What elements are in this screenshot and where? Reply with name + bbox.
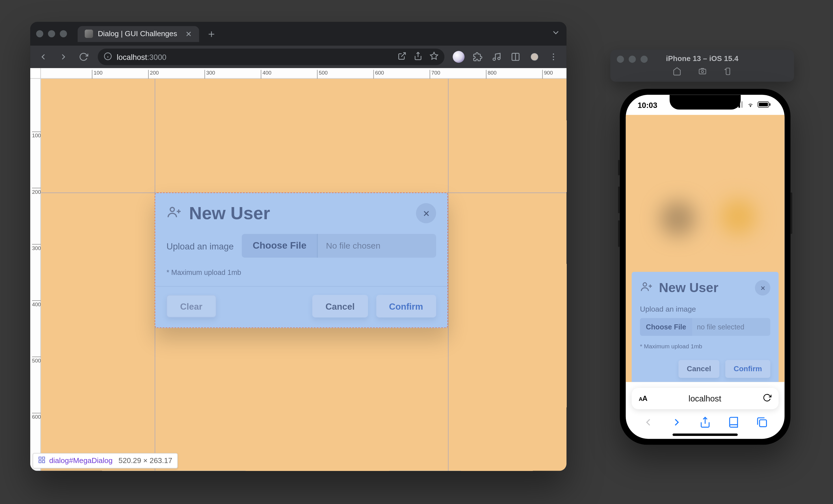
- bookmark-star-icon[interactable]: [430, 51, 438, 62]
- browser-toolbar: localhost:3000: [30, 46, 567, 68]
- browser-tab-active[interactable]: Dialog | GUI Challenges ✕: [78, 26, 199, 42]
- page-canvas: New User Upload an image Choose File No …: [41, 79, 567, 471]
- ruler-vertical[interactable]: 100 200 300 400 500 600: [30, 68, 41, 471]
- media-icon[interactable]: [488, 49, 505, 65]
- mobile-page: New User Upload an image Choose File no …: [626, 115, 785, 382]
- selector-text: dialog#MegaDialog: [49, 456, 113, 465]
- upload-label: Upload an image: [166, 241, 234, 251]
- svg-rect-29: [741, 101, 742, 107]
- overflow-menu-icon[interactable]: [545, 49, 562, 65]
- mobile-mega-dialog: New User Upload an image Choose File no …: [632, 272, 779, 382]
- sim-traffic-lights[interactable]: [617, 56, 648, 63]
- file-input[interactable]: Choose File No file chosen: [242, 234, 436, 258]
- svg-point-7: [498, 57, 500, 59]
- dialog-body: Upload an image Choose File No file chos…: [154, 232, 448, 286]
- share-icon[interactable]: [413, 51, 422, 62]
- svg-rect-22: [39, 460, 41, 463]
- volume-up-button[interactable]: [618, 186, 620, 213]
- sidepanel-icon[interactable]: [507, 49, 524, 65]
- bg-blob: [720, 199, 756, 234]
- cancel-button[interactable]: Cancel: [312, 295, 367, 318]
- safari-reload-icon[interactable]: [763, 393, 771, 404]
- bg-blob: [660, 201, 696, 236]
- svg-point-6: [493, 58, 495, 60]
- safari-tabs-icon[interactable]: [756, 417, 768, 431]
- dialog-footer: Clear Cancel Confirm: [154, 286, 448, 328]
- guide-vertical-right[interactable]: [448, 79, 449, 471]
- home-indicator[interactable]: [672, 434, 738, 436]
- sim-rotate-icon[interactable]: [723, 67, 732, 78]
- window-traffic-lights[interactable]: [36, 30, 67, 37]
- svg-point-24: [701, 70, 703, 73]
- address-bar[interactable]: localhost:3000: [98, 49, 444, 65]
- tab-strip: Dialog | GUI Challenges ✕ ＋: [30, 22, 567, 46]
- safari-forward-icon[interactable]: [671, 417, 683, 431]
- dialog-title: New User: [189, 203, 409, 223]
- browser-window: Dialog | GUI Challenges ✕ ＋ localhost:30…: [30, 22, 567, 471]
- svg-rect-20: [42, 457, 45, 459]
- battery-icon: [757, 100, 771, 109]
- new-tab-button[interactable]: ＋: [205, 27, 218, 41]
- svg-point-11: [553, 53, 554, 54]
- install-app-icon[interactable]: [398, 51, 406, 62]
- mobile-file-status-text: no file selected: [692, 318, 770, 336]
- svg-rect-23: [699, 69, 706, 74]
- power-button[interactable]: [791, 193, 792, 234]
- user-add-icon: [640, 280, 653, 296]
- svg-rect-21: [42, 460, 45, 463]
- profile-avatar-icon[interactable]: [526, 49, 543, 65]
- mobile-file-input[interactable]: Choose File no file selected: [640, 318, 770, 336]
- safari-address-bar[interactable]: AA localhost: [632, 388, 779, 409]
- traffic-close-icon[interactable]: [617, 56, 624, 63]
- ruler-horizontal[interactable]: 100 200 300 400 500 600 700 800 900: [30, 68, 567, 79]
- svg-rect-19: [39, 457, 41, 459]
- traffic-min-icon[interactable]: [628, 56, 636, 63]
- mobile-confirm-button[interactable]: Confirm: [725, 360, 770, 378]
- nav-back-button[interactable]: [35, 49, 52, 65]
- mobile-choose-file-button[interactable]: Choose File: [640, 318, 692, 336]
- nav-forward-button[interactable]: [55, 49, 72, 65]
- mobile-cancel-button[interactable]: Cancel: [679, 360, 719, 378]
- site-info-icon[interactable]: [104, 52, 112, 62]
- tab-title: Dialog | GUI Challenges: [98, 30, 177, 38]
- iphone-device: 10:03 New User: [620, 89, 791, 445]
- svg-point-12: [553, 56, 554, 57]
- reader-icon[interactable]: AA: [639, 395, 647, 403]
- safari-toolbar: [626, 413, 785, 434]
- browser-viewport: 100 200 300 400 500 600 700 800 900 100 …: [30, 68, 567, 471]
- traffic-max-icon[interactable]: [60, 30, 67, 37]
- safari-back-icon[interactable]: [642, 417, 654, 431]
- mega-dialog: New User Upload an image Choose File No …: [154, 193, 448, 328]
- traffic-max-icon[interactable]: [641, 56, 648, 63]
- confirm-button[interactable]: Confirm: [376, 295, 436, 318]
- mute-switch[interactable]: [618, 160, 620, 175]
- safari-bookmarks-icon[interactable]: [728, 417, 739, 431]
- traffic-min-icon[interactable]: [48, 30, 55, 37]
- reload-button[interactable]: [75, 49, 92, 65]
- iphone-screen: 10:03 New User: [626, 95, 785, 439]
- extension-badge[interactable]: [450, 49, 467, 65]
- svg-point-14: [170, 207, 174, 211]
- svg-rect-32: [759, 103, 768, 106]
- mobile-dialog-title: New User: [659, 280, 749, 296]
- tab-close-icon[interactable]: ✕: [185, 29, 192, 38]
- svg-rect-25: [726, 68, 730, 75]
- svg-marker-5: [430, 52, 437, 59]
- sim-screenshot-icon[interactable]: [698, 67, 706, 78]
- clear-button[interactable]: Clear: [166, 295, 216, 318]
- devtools-element-badge[interactable]: dialog#MegaDialog 520.29 × 263.17: [32, 453, 177, 469]
- svg-point-30: [750, 106, 751, 106]
- extensions-icon[interactable]: [469, 49, 486, 65]
- dimensions-text: 520.29 × 263.17: [118, 456, 172, 465]
- svg-point-13: [553, 59, 554, 60]
- volume-down-button[interactable]: [618, 220, 620, 247]
- svg-point-10: [531, 53, 538, 60]
- choose-file-button[interactable]: Choose File: [242, 234, 318, 258]
- sim-home-icon[interactable]: [672, 67, 681, 78]
- traffic-close-icon[interactable]: [36, 30, 43, 37]
- tabs-overflow-icon[interactable]: [551, 28, 561, 40]
- safari-host: localhost: [647, 394, 763, 403]
- safari-share-icon[interactable]: [699, 417, 711, 431]
- dialog-close-button[interactable]: [416, 203, 436, 223]
- mobile-dialog-close-button[interactable]: [755, 280, 770, 296]
